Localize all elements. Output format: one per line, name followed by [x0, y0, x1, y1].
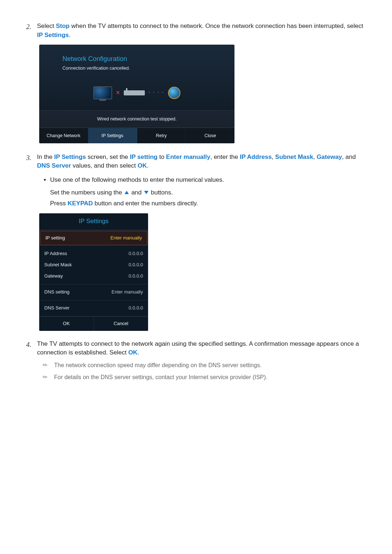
ip-setting-row[interactable]: IP setting Enter manually	[40, 231, 147, 246]
pencil-icon: ✎	[41, 373, 50, 382]
step-number: 3.	[26, 153, 31, 163]
change-network-button[interactable]: Change Network	[39, 128, 88, 143]
network-config-panel: Network Configuration Connection verific…	[39, 45, 234, 143]
triangle-down-icon	[144, 191, 148, 194]
step-3-text: In the IP Settings screen, set the IP se…	[37, 153, 370, 171]
step-2: 2. Select Stop when the TV attempts to c…	[22, 22, 370, 143]
dns-setting-row[interactable]: DNS setting Enter manually	[39, 287, 148, 298]
ip-setting-value: Enter manually	[110, 235, 142, 242]
dns-server-row[interactable]: DNS Server 0.0.0.0	[39, 303, 148, 314]
connection-dots-icon: • • • •	[148, 90, 164, 95]
network-diagram: ✕ • • • •	[39, 74, 234, 110]
keyword-ok: OK	[128, 349, 138, 356]
step-4: 4. The TV attempts to connect to the net…	[22, 340, 370, 382]
step3-sub1: Set the numbers using the and buttons.	[50, 188, 370, 197]
pencil-icon: ✎	[41, 360, 50, 370]
keyword-keypad: KEYPAD	[68, 200, 93, 207]
router-icon	[124, 90, 145, 95]
panel1-title: Network Configuration	[62, 54, 211, 63]
step3-sub2: Press KEYPAD button and enter the number…	[50, 199, 370, 208]
close-button[interactable]: Close	[186, 128, 234, 143]
ip-settings-panel: IP Settings IP setting Enter manually IP…	[39, 213, 148, 331]
keyword-stop: Stop	[56, 22, 70, 29]
gateway-row[interactable]: Gateway 0.0.0.0	[39, 271, 148, 282]
step-3: 3. In the IP Settings screen, set the IP…	[22, 153, 370, 331]
ok-button[interactable]: OK	[39, 317, 94, 331]
note-2: ✎ For details on the DNS server settings…	[43, 373, 370, 381]
step3-bullet: Use one of the following methods to ente…	[50, 176, 370, 185]
panel1-buttons: Change Network IP Settings Retry Close	[39, 128, 234, 143]
triangle-up-icon	[124, 191, 129, 194]
panel1-subtitle: Connection verification cancelled.	[62, 65, 211, 71]
ip-address-row[interactable]: IP Address 0.0.0.0	[39, 248, 148, 259]
x-icon: ✕	[116, 89, 120, 96]
retry-button[interactable]: Retry	[137, 128, 186, 143]
step-4-text: The TV attempts to connect to the networ…	[37, 340, 370, 357]
monitor-icon	[93, 86, 112, 99]
subnet-mask-row[interactable]: Subnet Mask 0.0.0.0	[39, 259, 148, 271]
keyword-ip-settings: IP Settings	[37, 32, 69, 38]
panel1-status: Wired network connection test stopped.	[39, 110, 234, 128]
globe-icon	[168, 87, 180, 99]
cancel-button[interactable]: Cancel	[94, 317, 148, 331]
step-number: 4.	[26, 340, 31, 350]
ip-settings-button[interactable]: IP Settings	[88, 128, 137, 143]
note-1: ✎ The network connection speed may diffe…	[43, 361, 370, 369]
step-2-text: Select Stop when the TV attempts to conn…	[37, 22, 370, 40]
ip-setting-label: IP setting	[45, 235, 65, 242]
step-number: 2.	[26, 22, 31, 32]
panel2-title: IP Settings	[39, 213, 148, 230]
